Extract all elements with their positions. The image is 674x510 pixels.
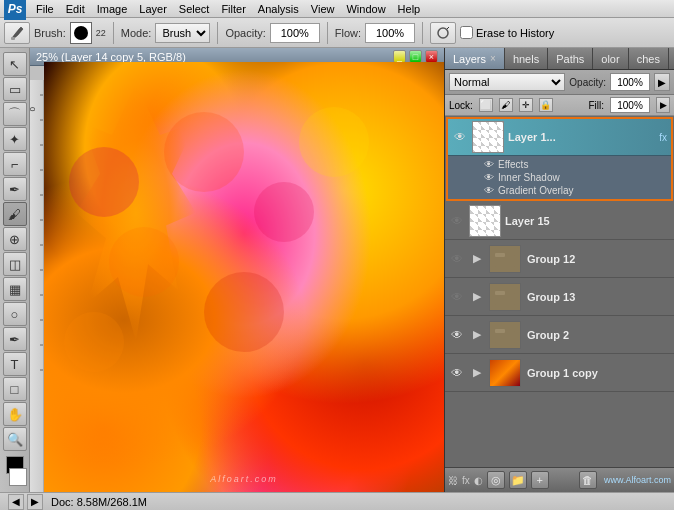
opacity-input[interactable]	[270, 23, 320, 43]
tab-swatches[interactable]: ches	[629, 48, 669, 69]
brush-preview[interactable]	[70, 22, 92, 44]
new-layer-btn[interactable]: +	[531, 471, 549, 489]
mask-icon[interactable]: ◐	[474, 475, 483, 486]
folder-13-icon	[495, 289, 515, 305]
tab-layers-close[interactable]: ×	[490, 53, 496, 64]
menu-analysis[interactable]: Analysis	[252, 2, 305, 16]
tool-quicksel[interactable]: ✦	[3, 127, 27, 151]
tool-selection[interactable]: ↖	[3, 52, 27, 76]
blend-mode-select[interactable]: Normal	[449, 73, 565, 91]
flow-input[interactable]	[365, 23, 415, 43]
group-2-item[interactable]: 👁 ▶ Group 2	[445, 316, 674, 354]
inner-shadow-row: 👁 Inner Shadow	[484, 171, 667, 184]
group-13-visibility[interactable]: 👁	[449, 289, 465, 305]
brush-tool-btn[interactable]	[4, 22, 30, 44]
fill-input[interactable]	[610, 97, 650, 113]
layer-effects-group: 👁 Effects 👁 Inner Shadow 👁 Gradient Over…	[448, 155, 671, 199]
menu-image[interactable]: Image	[91, 2, 134, 16]
mode-select[interactable]: Brush	[155, 23, 210, 43]
lock-transparent-btn[interactable]: ⬜	[479, 98, 493, 112]
erase-history-section: Erase to History	[460, 26, 554, 39]
tool-dodge[interactable]: ○	[3, 302, 27, 326]
tool-stamp[interactable]: ⊕	[3, 227, 27, 251]
svg-point-41	[69, 147, 139, 217]
fill-label: Fill:	[588, 100, 604, 111]
menu-edit[interactable]: Edit	[60, 2, 91, 16]
tool-lasso[interactable]: ⌒	[3, 102, 27, 126]
airbrush-btn[interactable]	[430, 22, 456, 44]
tool-pen[interactable]: ✒	[3, 327, 27, 351]
tool-gradient[interactable]: ▦	[3, 277, 27, 301]
panel-tabs: Layers× hnels Paths olor ches tyles	[445, 48, 674, 70]
group-1-copy-name: Group 1 copy	[527, 367, 670, 379]
group-1-copy-visibility[interactable]: 👁	[449, 365, 465, 381]
menu-view[interactable]: View	[305, 2, 341, 16]
lock-all-btn[interactable]: 🔒	[539, 98, 553, 112]
divider2	[217, 22, 218, 44]
fill-arrow[interactable]: ▶	[656, 97, 670, 113]
group-2-visibility[interactable]: 👁	[449, 327, 465, 343]
tab-color[interactable]: olor	[593, 48, 628, 69]
tool-eraser[interactable]: ◫	[3, 252, 27, 276]
tab-paths[interactable]: Paths	[548, 48, 593, 69]
group-12-visibility[interactable]: 👁	[449, 251, 465, 267]
group-1-copy-item[interactable]: 👁 ▶ Group 1 copy	[445, 354, 674, 392]
canvas-title: 25% (Layer 14 copy 5, RGB/8)	[36, 51, 186, 63]
tool-shape[interactable]: □	[3, 377, 27, 401]
layer-15-item[interactable]: 👁 Layer 15	[445, 202, 674, 240]
layer-15-visibility[interactable]: 👁	[449, 213, 465, 229]
menu-layer[interactable]: Layer	[133, 2, 173, 16]
new-group-btn[interactable]: 📁	[509, 471, 527, 489]
new-adjustment-btn[interactable]: ◎	[487, 471, 505, 489]
group-2-expand-icon[interactable]: ▶	[469, 327, 485, 343]
menu-filter[interactable]: Filter	[215, 2, 251, 16]
group-12-name: Group 12	[527, 253, 670, 265]
status-next-btn[interactable]: ▶	[27, 494, 43, 510]
opacity-input[interactable]	[610, 73, 650, 91]
tool-text[interactable]: T	[3, 352, 27, 376]
menu-help[interactable]: Help	[392, 2, 427, 16]
svg-rect-54	[495, 329, 505, 333]
tab-channels[interactable]: hnels	[505, 48, 548, 69]
tool-crop[interactable]: ⌐	[3, 152, 27, 176]
tab-styles[interactable]: tyles	[669, 48, 674, 69]
effects-eye-icon[interactable]: 👁	[484, 159, 494, 170]
folder-2-icon	[495, 327, 515, 343]
background-color[interactable]	[9, 468, 27, 486]
svg-point-43	[254, 182, 314, 242]
group-1-copy-thumb	[489, 359, 521, 387]
tool-zoom[interactable]: 🔍	[3, 427, 27, 451]
airbrush-icon	[435, 25, 451, 41]
fx-icon[interactable]: fx	[462, 475, 470, 486]
svg-point-45	[204, 272, 284, 352]
group-12-info: Group 12	[527, 253, 670, 265]
erase-history-checkbox[interactable]	[460, 26, 473, 39]
menu-select[interactable]: Select	[173, 2, 216, 16]
gradient-overlay-eye-icon[interactable]: 👁	[484, 185, 494, 196]
svg-point-44	[109, 227, 179, 297]
tool-marquee[interactable]: ▭	[3, 77, 27, 101]
tool-brush[interactable]: 🖌	[3, 202, 27, 226]
lock-position-btn[interactable]: ✛	[519, 98, 533, 112]
group-13-expand-icon[interactable]: ▶	[469, 289, 485, 305]
tool-eyedrop[interactable]: ✒	[3, 177, 27, 201]
menu-file[interactable]: File	[30, 2, 60, 16]
layer-1-visibility[interactable]: 👁	[452, 129, 468, 145]
effects-label: Effects	[498, 159, 528, 170]
inner-shadow-eye-icon[interactable]: 👁	[484, 172, 494, 183]
group-12-expand-icon[interactable]: ▶	[469, 251, 485, 267]
status-prev-btn[interactable]: ◀	[8, 494, 24, 510]
layer-1-fx[interactable]: fx	[659, 132, 667, 143]
group-13-item[interactable]: 👁 ▶ Group 13	[445, 278, 674, 316]
layer-1-item[interactable]: 👁 Layer 1... fx	[448, 119, 671, 155]
menu-window[interactable]: Window	[340, 2, 391, 16]
opacity-arrow[interactable]: ▶	[654, 73, 670, 91]
lock-image-btn[interactable]: 🖌	[499, 98, 513, 112]
tool-hand[interactable]: ✋	[3, 402, 27, 426]
group-2-name: Group 2	[527, 329, 670, 341]
group-12-item[interactable]: 👁 ▶ Group 12	[445, 240, 674, 278]
group-1-copy-expand-icon[interactable]: ▶	[469, 365, 485, 381]
layers-lock-row: Lock: ⬜ 🖌 ✛ 🔒 Fill: ▶	[445, 95, 674, 116]
tab-layers[interactable]: Layers×	[445, 48, 505, 69]
delete-layer-btn[interactable]: 🗑	[579, 471, 597, 489]
